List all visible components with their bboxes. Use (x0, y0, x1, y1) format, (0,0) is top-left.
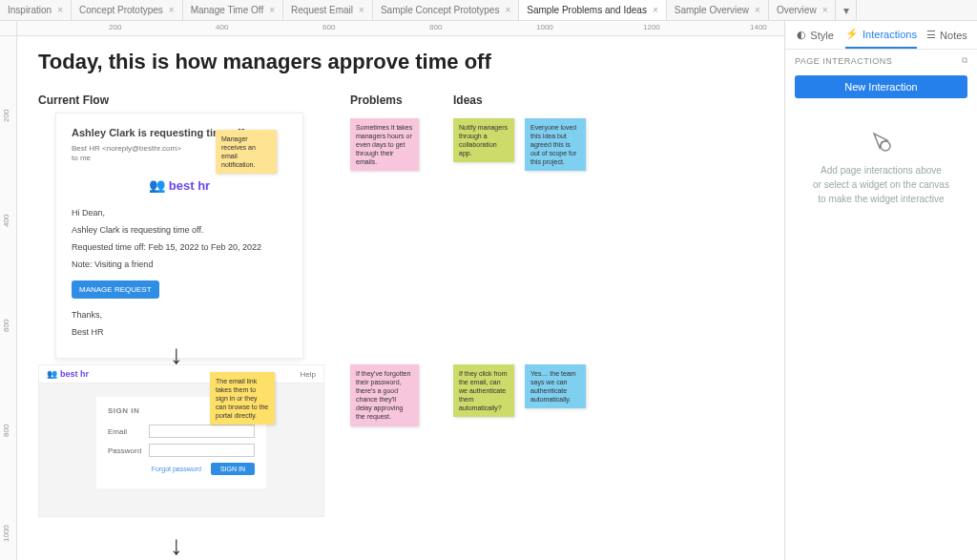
section-title: PAGE INTERACTIONS (795, 56, 892, 66)
close-icon[interactable]: × (653, 5, 658, 15)
arrow-down-icon[interactable]: ↓ (170, 530, 183, 560)
column-current-flow[interactable]: Current Flow (38, 93, 109, 107)
help-link[interactable]: Help (301, 370, 316, 379)
sticky-note[interactable]: The email link takes them to sign in or … (210, 372, 275, 425)
people-icon: 👥 (149, 177, 165, 193)
tab-sample-concept-prototypes[interactable]: Sample Concept Prototypes× (373, 0, 519, 20)
close-icon[interactable]: × (169, 5, 175, 15)
people-icon: 👥 (47, 369, 57, 379)
inspector-panel: ◐Style ⚡Interactions ☰Notes PAGE INTERAC… (784, 21, 977, 560)
email-field[interactable] (149, 425, 255, 438)
signin-button[interactable]: SIGN IN (211, 463, 255, 475)
sticky-note[interactable]: Yes… the team says we can authenticate a… (525, 364, 586, 408)
sticky-note[interactable]: Sometimes it takes managers hours or eve… (350, 118, 419, 171)
tab-inspiration[interactable]: Inspiration× (0, 0, 72, 20)
close-icon[interactable]: × (822, 5, 828, 15)
close-icon[interactable]: × (269, 5, 275, 15)
sticky-note[interactable]: If they've forgotten their password, the… (350, 364, 419, 426)
column-ideas[interactable]: Ideas (453, 93, 483, 107)
tab-request-email[interactable]: Request Email× (283, 0, 373, 20)
sticky-note[interactable]: If they click from the email, can we aut… (453, 364, 514, 417)
cursor-icon (870, 131, 893, 154)
new-interaction-button[interactable]: New Interaction (795, 75, 967, 98)
svg-point-0 (881, 141, 890, 151)
notes-icon: ☰ (926, 29, 936, 41)
interactions-icon: ⚡ (845, 28, 859, 40)
column-problems[interactable]: Problems (350, 93, 403, 107)
login-portal-widget[interactable]: 👥best hr Help SIGN IN Email Password For… (38, 364, 324, 517)
manage-request-button[interactable]: MANAGE REQUEST (72, 280, 159, 299)
style-icon: ◐ (797, 29, 806, 41)
close-icon[interactable]: × (505, 5, 510, 15)
inspector-tab-style[interactable]: ◐Style (785, 21, 845, 49)
ruler-corner (0, 21, 17, 36)
tabs-overflow-button[interactable]: ▾ (836, 0, 857, 20)
tab-manage-time-off[interactable]: Manage Time Off× (183, 0, 283, 20)
tab-sample-problems-ideas[interactable]: Sample Problems and Ideas× (519, 0, 666, 20)
tab-concept-prototypes[interactable]: Concept Prototypes× (72, 0, 183, 20)
ruler-horizontal[interactable]: 200 400 600 800 1000 1200 1400 (17, 21, 784, 36)
tab-overview[interactable]: Overview× (769, 0, 837, 20)
brand-logo: 👥best hr (72, 177, 287, 193)
popout-icon[interactable]: ⧉ (962, 55, 968, 66)
design-canvas[interactable]: Today, this is how managers approve time… (17, 36, 784, 560)
sticky-note[interactable]: Manager receives an email notification. (216, 130, 277, 174)
inspector-tab-notes[interactable]: ☰Notes (917, 21, 977, 49)
page-title[interactable]: Today, this is how managers approve time… (38, 50, 491, 74)
close-icon[interactable]: × (755, 5, 760, 15)
forgot-password-link[interactable]: Forgot password (152, 466, 201, 472)
ruler-vertical[interactable]: 200 400 600 800 1000 (0, 36, 17, 560)
password-field[interactable] (149, 444, 255, 457)
brand-logo: 👥best hr (47, 369, 89, 379)
tab-sample-overview[interactable]: Sample Overview× (667, 0, 769, 20)
inspector-empty-state: Add page interactions above or select a … (785, 112, 977, 225)
sticky-note[interactable]: Everyone loved this idea but agreed this… (525, 118, 586, 171)
sticky-note[interactable]: Notify managers through a collaboration … (453, 118, 514, 162)
tab-bar: Inspiration× Concept Prototypes× Manage … (0, 0, 977, 21)
close-icon[interactable]: × (57, 5, 63, 15)
close-icon[interactable]: × (359, 5, 364, 15)
inspector-tab-interactions[interactable]: ⚡Interactions (845, 21, 917, 49)
